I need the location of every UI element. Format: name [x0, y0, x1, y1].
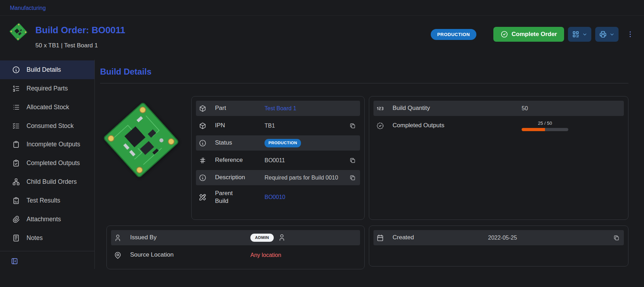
- copy-icon: [349, 157, 356, 164]
- progress-text: 25 / 50: [522, 120, 568, 127]
- sidebar-item-label: Incomplete Outputs: [27, 141, 80, 148]
- section-title: Build Details: [100, 67, 628, 77]
- header-left: Build Order: BO0011 50 x TB1 | Test Boar…: [9, 23, 125, 49]
- right-column: Build Quantity 50 Completed Outputs 25 /…: [369, 96, 628, 269]
- numbers-123-icon: [376, 105, 393, 112]
- reference-value: BO0011: [265, 157, 348, 164]
- sidebar-item-attachments[interactable]: Attachments: [0, 210, 94, 229]
- ipn-value: TB1: [265, 122, 348, 130]
- left-column: Part Test Board 1 IPN TB1: [100, 96, 365, 269]
- detail-label-part: Part: [215, 104, 265, 112]
- circle-check-icon: [500, 30, 508, 38]
- part-thumbnail[interactable]: [9, 23, 28, 41]
- created-panel: Created 2022-05-25: [369, 226, 628, 266]
- sidebar-item-label: Completed Outputs: [27, 159, 80, 167]
- pcb-image: [99, 98, 183, 182]
- sidebar-item-notes[interactable]: Notes: [0, 229, 94, 247]
- source-location-label: Source Location: [130, 251, 250, 259]
- sidebar-item-completed-outputs[interactable]: Completed Outputs: [0, 154, 94, 172]
- user-icon: [278, 234, 286, 241]
- page-body: Build Details Required Parts Allocated S…: [0, 60, 644, 269]
- completed-outputs-progress: 25 / 50: [522, 120, 568, 131]
- breadcrumb-manufacturing[interactable]: Manufacturing: [10, 5, 46, 11]
- sidebar-item-build-details[interactable]: Build Details: [0, 60, 94, 79]
- issued-by-label: Issued By: [130, 234, 250, 241]
- details-grid: Part Test Board 1 IPN TB1: [100, 96, 628, 269]
- copy-icon: [349, 123, 356, 129]
- main-content: Build Details: [95, 60, 644, 269]
- quantity-panel: Build Quantity 50 Completed Outputs 25 /…: [369, 96, 628, 220]
- complete-order-button[interactable]: Complete Order: [493, 27, 564, 42]
- description-value: Required parts for Build 0010: [265, 174, 348, 182]
- pcb-thumbnail-image: [9, 23, 28, 41]
- sidebar-item-label: Test Results: [27, 197, 60, 204]
- more-actions-button[interactable]: [626, 30, 634, 38]
- sidebar-divider: [0, 251, 94, 251]
- page-title: Build Order: BO0011: [35, 25, 125, 36]
- package-icon: [199, 105, 215, 112]
- copy-button[interactable]: [348, 157, 357, 164]
- status-badge-small: PRODUCTION: [265, 139, 301, 147]
- build-quantity-label: Build Quantity: [393, 104, 522, 112]
- part-link[interactable]: Test Board 1: [265, 105, 296, 111]
- detail-label-reference: Reference: [215, 156, 265, 164]
- info-circle-icon: [12, 66, 20, 74]
- sidebar-item-label: Notes: [27, 234, 43, 242]
- part-image[interactable]: [100, 98, 182, 182]
- list-check-icon: [12, 122, 20, 130]
- source-location-row: Source Location Any location: [111, 247, 360, 263]
- paperclip-icon: [12, 215, 20, 223]
- status-badge: PRODUCTION: [431, 29, 476, 40]
- sidebar-item-label: Child Build Orders: [27, 178, 77, 186]
- sidebar-item-required-parts[interactable]: Required Parts: [0, 79, 94, 98]
- sidebar-item-label: Consumed Stock: [27, 122, 74, 130]
- copy-button[interactable]: [348, 123, 357, 129]
- sidebar-item-consumed-stock[interactable]: Consumed Stock: [0, 117, 94, 135]
- print-actions-button[interactable]: [595, 27, 619, 42]
- detail-label-description: Description: [215, 174, 265, 181]
- sidebar-item-allocated-stock[interactable]: Allocated Stock: [0, 98, 94, 117]
- created-label: Created: [393, 234, 488, 241]
- complete-order-label: Complete Order: [512, 31, 557, 38]
- detail-row-parent-build: Parent Build BO0010: [196, 187, 360, 207]
- page-subtitle: 50 x TB1 | Test Board 1: [35, 42, 125, 49]
- sidebar-item-child-build-orders[interactable]: Child Build Orders: [0, 172, 94, 191]
- list-numbers-icon: [12, 84, 20, 93]
- detail-row-reference: Reference BO0011: [196, 153, 360, 168]
- detail-row-status: Status PRODUCTION: [196, 135, 360, 151]
- progress-fill: [522, 128, 545, 131]
- breadcrumb: Manufacturing: [0, 0, 644, 16]
- barcode-actions-button[interactable]: [568, 27, 591, 42]
- sidebar-item-label: Allocated Stock: [27, 104, 69, 111]
- header-actions: PRODUCTION Complete Order: [431, 27, 634, 42]
- calendar-icon: [376, 234, 393, 242]
- copy-icon: [613, 235, 620, 241]
- completed-outputs-label: Completed Outputs: [393, 122, 522, 129]
- chevron-down-icon: [609, 32, 615, 37]
- parent-build-link[interactable]: BO0010: [265, 194, 285, 200]
- detail-row-part: Part Test Board 1: [196, 101, 360, 116]
- sidebar-collapse-button[interactable]: [0, 253, 94, 269]
- sidebar-item-incomplete-outputs[interactable]: Incomplete Outputs: [0, 135, 94, 154]
- sidebar-item-test-results[interactable]: Test Results: [0, 191, 94, 210]
- sidebar-item-label: Build Details: [27, 66, 61, 74]
- clipboard-check-icon: [12, 159, 20, 167]
- test-results-icon: [12, 197, 20, 205]
- copy-button[interactable]: [612, 235, 621, 241]
- issued-panel: Issued By ADMIN Source Location Any loca…: [106, 226, 365, 269]
- page-header: Build Order: BO0011 50 x TB1 | Test Boar…: [0, 16, 644, 49]
- section-divider: [100, 83, 628, 83]
- package-icon: [199, 122, 215, 130]
- dots-vertical-icon: [626, 30, 634, 38]
- build-quantity-row: Build Quantity 50: [373, 101, 624, 116]
- map-pin-icon: [114, 251, 130, 259]
- top-row: Part Test Board 1 IPN TB1: [100, 96, 365, 220]
- detail-label-status: Status: [215, 139, 265, 147]
- title-block: Build Order: BO0011 50 x TB1 | Test Boar…: [35, 23, 125, 49]
- copy-icon: [349, 175, 356, 181]
- details-panel: Part Test Board 1 IPN TB1: [191, 96, 365, 220]
- created-row: Created 2022-05-25: [373, 230, 624, 245]
- qrcode-icon: [572, 30, 580, 38]
- clipboard-icon: [12, 140, 20, 148]
- copy-button[interactable]: [348, 175, 357, 181]
